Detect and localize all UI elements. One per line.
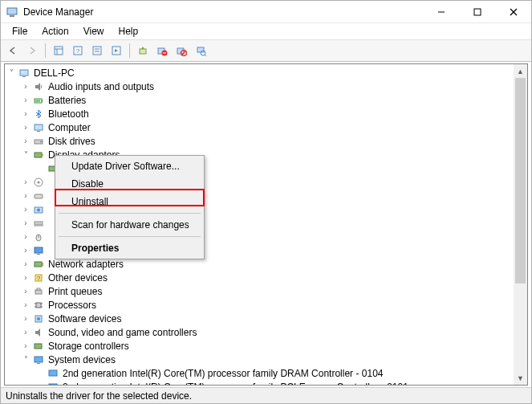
- cm-properties[interactable]: Properties: [57, 239, 202, 257]
- svg-rect-35: [42, 154, 43, 156]
- expand-icon[interactable]: ›: [21, 191, 30, 201]
- tree-label: Storage controllers: [48, 341, 129, 352]
- svg-rect-30: [35, 124, 43, 130]
- printer-icon: [32, 285, 45, 298]
- status-bar: Uninstalls the driver for the selected d…: [1, 387, 531, 403]
- svg-text:?: ?: [37, 275, 41, 282]
- svg-rect-55: [37, 288, 40, 290]
- scroll-up-button[interactable]: ▲: [514, 64, 527, 78]
- expand-icon[interactable]: ›: [21, 137, 30, 146]
- hid-icon: [32, 190, 45, 202]
- network-icon: [32, 258, 45, 271]
- forward-button[interactable]: [23, 42, 41, 59]
- expand-icon[interactable]: ›: [21, 246, 30, 255]
- tree-label: Audio inputs and outputs: [48, 81, 154, 92]
- bluetooth-icon: [32, 108, 45, 120]
- tree-software[interactable]: › Software devices: [5, 312, 527, 325]
- collapse-icon[interactable]: ˅: [21, 150, 30, 160]
- expand-icon[interactable]: ›: [21, 82, 30, 92]
- cm-scan[interactable]: Scan for hardware changes: [57, 216, 202, 234]
- expand-icon[interactable]: ›: [21, 341, 30, 351]
- tree-computer[interactable]: › Computer: [5, 120, 527, 134]
- show-hide-tree-button[interactable]: [50, 42, 67, 59]
- menu-help[interactable]: Help: [112, 24, 145, 39]
- tree-sound[interactable]: › Sound, video and game controllers: [5, 325, 527, 339]
- cm-disable[interactable]: Disable: [57, 175, 202, 193]
- svg-rect-65: [37, 363, 40, 364]
- tree-other[interactable]: › ? Other devices: [5, 271, 527, 284]
- tree-storage[interactable]: › Storage controllers: [5, 339, 527, 353]
- expand-icon[interactable]: ›: [21, 273, 30, 283]
- uninstall-button[interactable]: [153, 42, 171, 59]
- expand-icon[interactable]: ›: [21, 123, 30, 133]
- keyboard-icon: [32, 217, 45, 230]
- tree-system[interactable]: ˅ System devices: [5, 353, 527, 366]
- collapse-icon[interactable]: ˅: [21, 355, 30, 365]
- disable-button[interactable]: [173, 42, 190, 59]
- expand-icon[interactable]: ›: [21, 218, 30, 228]
- vertical-scrollbar[interactable]: ▲ ▼: [514, 64, 527, 385]
- context-menu: Update Driver Software... Disable Uninst…: [55, 155, 205, 259]
- expand-icon[interactable]: ›: [21, 328, 30, 337]
- menu-file[interactable]: File: [6, 24, 34, 39]
- monitor-icon: [32, 244, 45, 257]
- expand-icon[interactable]: ›: [21, 109, 30, 119]
- menu-view[interactable]: View: [77, 24, 111, 39]
- tree-system-child[interactable]: › 2nd generation Intel(R) Core(TM) proce…: [5, 366, 527, 380]
- svg-rect-48: [35, 247, 43, 253]
- toolbar: ?: [1, 39, 531, 62]
- window-controls: [423, 1, 531, 23]
- expand-icon[interactable]: ›: [21, 287, 30, 296]
- back-button[interactable]: [4, 42, 22, 59]
- tree-audio[interactable]: › Audio inputs and outputs: [5, 80, 527, 93]
- tree-root[interactable]: ˅ DELL-PC: [5, 66, 527, 80]
- tree-label: 2nd generation Intel(R) Core(TM) process…: [63, 382, 408, 386]
- cm-uninstall[interactable]: Uninstall: [57, 193, 202, 210]
- scroll-thumb[interactable]: [515, 78, 526, 284]
- scroll-track[interactable]: [514, 78, 527, 371]
- svg-rect-26: [22, 76, 26, 77]
- computer-icon: [18, 67, 30, 80]
- menu-action[interactable]: Action: [35, 24, 75, 39]
- svg-point-39: [38, 181, 40, 183]
- expand-icon[interactable]: ›: [21, 232, 30, 242]
- tree-printq[interactable]: › Print queues: [5, 284, 527, 298]
- expand-icon[interactable]: ›: [21, 259, 30, 269]
- minimize-button[interactable]: [423, 1, 459, 23]
- maximize-button[interactable]: [459, 1, 495, 23]
- tree-bluetooth[interactable]: › Bluetooth: [5, 107, 527, 120]
- expand-icon[interactable]: ›: [21, 96, 30, 105]
- svg-rect-64: [35, 357, 43, 362]
- svg-text:?: ?: [76, 47, 80, 55]
- close-button[interactable]: [495, 1, 531, 23]
- expand-icon[interactable]: ›: [21, 300, 30, 310]
- action-button[interactable]: [108, 42, 125, 59]
- toolbar-separator: [45, 43, 46, 58]
- cm-update-driver[interactable]: Update Driver Software...: [57, 157, 202, 175]
- expand-icon[interactable]: ›: [21, 314, 30, 324]
- scroll-down-button[interactable]: ▼: [514, 371, 527, 385]
- help-button[interactable]: ?: [69, 42, 87, 59]
- tree-label: Software devices: [48, 313, 121, 324]
- expand-icon[interactable]: ›: [21, 205, 30, 214]
- svg-point-42: [37, 208, 40, 211]
- tree-system-child[interactable]: › 2nd generation Intel(R) Core(TM) proce…: [5, 380, 527, 386]
- expand-icon[interactable]: ›: [21, 178, 30, 187]
- tree-label: Processors: [48, 300, 96, 311]
- tree-batteries[interactable]: › Batteries: [5, 93, 527, 107]
- battery-icon: [32, 94, 45, 107]
- other-devices-icon: ?: [32, 271, 45, 284]
- collapse-icon[interactable]: ˅: [6, 68, 16, 78]
- tree-processors[interactable]: › Processors: [5, 298, 527, 312]
- svg-rect-56: [36, 303, 41, 308]
- svg-rect-11: [93, 47, 101, 55]
- svg-rect-54: [35, 290, 42, 294]
- system-icon: [47, 367, 59, 380]
- cm-separator: [59, 236, 201, 237]
- status-text: Uninstalls the driver for the selected d…: [6, 390, 192, 402]
- update-driver-button[interactable]: [134, 42, 152, 59]
- svg-point-62: [37, 317, 40, 320]
- properties-button[interactable]: [88, 42, 106, 59]
- scan-hardware-button[interactable]: [192, 42, 209, 59]
- tree-disk[interactable]: › Disk drives: [5, 134, 527, 148]
